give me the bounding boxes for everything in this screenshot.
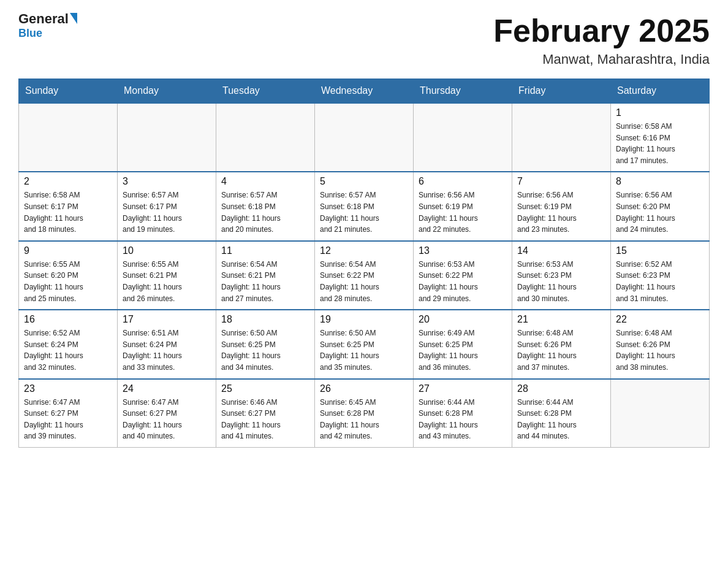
week-row-5: 23Sunrise: 6:47 AM Sunset: 6:27 PM Dayli… <box>19 379 710 448</box>
day-number: 3 <box>123 176 211 187</box>
day-number: 15 <box>616 245 704 256</box>
day-info: Sunrise: 6:58 AM Sunset: 6:17 PM Dayligh… <box>24 190 112 235</box>
day-number: 6 <box>419 176 507 187</box>
weekday-header-row: SundayMondayTuesdayWednesdayThursdayFrid… <box>19 79 710 104</box>
calendar-title-area: February 2025 Manwat, Maharashtra, India <box>493 12 710 67</box>
day-number: 23 <box>24 383 112 394</box>
calendar-cell: 23Sunrise: 6:47 AM Sunset: 6:27 PM Dayli… <box>19 379 118 448</box>
day-number: 10 <box>123 245 211 256</box>
day-info: Sunrise: 6:55 AM Sunset: 6:20 PM Dayligh… <box>24 259 112 304</box>
day-number: 13 <box>419 245 507 256</box>
day-info: Sunrise: 6:47 AM Sunset: 6:27 PM Dayligh… <box>123 397 211 442</box>
day-info: Sunrise: 6:53 AM Sunset: 6:22 PM Dayligh… <box>419 259 507 304</box>
day-number: 14 <box>517 245 605 256</box>
logo: General Blue <box>18 12 77 40</box>
day-info: Sunrise: 6:56 AM Sunset: 6:20 PM Dayligh… <box>616 190 704 235</box>
logo-blue: Blue <box>18 27 42 40</box>
day-number: 22 <box>616 314 704 325</box>
day-info: Sunrise: 6:47 AM Sunset: 6:27 PM Dayligh… <box>24 397 112 442</box>
day-info: Sunrise: 6:54 AM Sunset: 6:21 PM Dayligh… <box>221 259 309 304</box>
day-number: 26 <box>320 383 408 394</box>
calendar-cell: 20Sunrise: 6:49 AM Sunset: 6:25 PM Dayli… <box>414 310 512 378</box>
day-number: 17 <box>123 314 211 325</box>
calendar-cell <box>414 103 512 172</box>
day-info: Sunrise: 6:49 AM Sunset: 6:25 PM Dayligh… <box>419 327 507 373</box>
calendar-cell: 22Sunrise: 6:48 AM Sunset: 6:26 PM Dayli… <box>611 310 710 378</box>
day-info: Sunrise: 6:56 AM Sunset: 6:19 PM Dayligh… <box>419 190 507 235</box>
day-number: 20 <box>419 314 507 325</box>
day-number: 18 <box>221 314 309 325</box>
calendar-cell: 3Sunrise: 6:57 AM Sunset: 6:17 PM Daylig… <box>118 172 216 240</box>
calendar-cell: 19Sunrise: 6:50 AM Sunset: 6:25 PM Dayli… <box>315 310 414 378</box>
day-number: 2 <box>24 176 112 187</box>
calendar-cell: 16Sunrise: 6:52 AM Sunset: 6:24 PM Dayli… <box>19 310 118 378</box>
calendar-cell: 7Sunrise: 6:56 AM Sunset: 6:19 PM Daylig… <box>512 172 611 240</box>
month-title: February 2025 <box>493 12 710 49</box>
calendar-cell: 25Sunrise: 6:46 AM Sunset: 6:27 PM Dayli… <box>216 379 315 448</box>
day-number: 16 <box>24 314 112 325</box>
day-info: Sunrise: 6:44 AM Sunset: 6:28 PM Dayligh… <box>419 397 507 442</box>
calendar-cell: 8Sunrise: 6:56 AM Sunset: 6:20 PM Daylig… <box>611 172 710 240</box>
calendar-cell: 18Sunrise: 6:50 AM Sunset: 6:25 PM Dayli… <box>216 310 315 378</box>
day-info: Sunrise: 6:52 AM Sunset: 6:24 PM Dayligh… <box>24 327 112 373</box>
calendar-cell: 1Sunrise: 6:58 AM Sunset: 6:16 PM Daylig… <box>611 103 710 172</box>
day-info: Sunrise: 6:57 AM Sunset: 6:17 PM Dayligh… <box>123 190 211 235</box>
day-number: 24 <box>123 383 211 394</box>
calendar-cell <box>315 103 414 172</box>
day-number: 27 <box>419 383 507 394</box>
calendar-cell: 27Sunrise: 6:44 AM Sunset: 6:28 PM Dayli… <box>414 379 512 448</box>
calendar-cell <box>19 103 118 172</box>
weekday-header-saturday: Saturday <box>611 79 710 104</box>
logo-general: General <box>18 12 69 26</box>
day-info: Sunrise: 6:56 AM Sunset: 6:19 PM Dayligh… <box>517 190 605 235</box>
calendar-cell: 24Sunrise: 6:47 AM Sunset: 6:27 PM Dayli… <box>118 379 216 448</box>
weekday-header-sunday: Sunday <box>19 79 118 104</box>
calendar-cell: 17Sunrise: 6:51 AM Sunset: 6:24 PM Dayli… <box>118 310 216 378</box>
day-info: Sunrise: 6:46 AM Sunset: 6:27 PM Dayligh… <box>221 397 309 442</box>
day-number: 1 <box>616 107 704 118</box>
calendar-cell: 4Sunrise: 6:57 AM Sunset: 6:18 PM Daylig… <box>216 172 315 240</box>
day-number: 28 <box>517 383 605 394</box>
page-header: General Blue February 2025 Manwat, Mahar… <box>18 12 710 67</box>
day-info: Sunrise: 6:54 AM Sunset: 6:22 PM Dayligh… <box>320 259 408 304</box>
day-info: Sunrise: 6:53 AM Sunset: 6:23 PM Dayligh… <box>517 259 605 304</box>
day-info: Sunrise: 6:45 AM Sunset: 6:28 PM Dayligh… <box>320 397 408 442</box>
calendar-cell <box>611 379 710 448</box>
day-info: Sunrise: 6:48 AM Sunset: 6:26 PM Dayligh… <box>517 327 605 373</box>
calendar-cell: 28Sunrise: 6:44 AM Sunset: 6:28 PM Dayli… <box>512 379 611 448</box>
weekday-header-tuesday: Tuesday <box>216 79 315 104</box>
day-info: Sunrise: 6:55 AM Sunset: 6:21 PM Dayligh… <box>123 259 211 304</box>
calendar-cell: 26Sunrise: 6:45 AM Sunset: 6:28 PM Dayli… <box>315 379 414 448</box>
calendar-cell <box>216 103 315 172</box>
day-info: Sunrise: 6:52 AM Sunset: 6:23 PM Dayligh… <box>616 259 704 304</box>
calendar-cell: 2Sunrise: 6:58 AM Sunset: 6:17 PM Daylig… <box>19 172 118 240</box>
weekday-header-friday: Friday <box>512 79 611 104</box>
day-info: Sunrise: 6:58 AM Sunset: 6:16 PM Dayligh… <box>616 121 704 166</box>
day-info: Sunrise: 6:50 AM Sunset: 6:25 PM Dayligh… <box>221 327 309 373</box>
calendar-cell: 6Sunrise: 6:56 AM Sunset: 6:19 PM Daylig… <box>414 172 512 240</box>
day-number: 11 <box>221 245 309 256</box>
calendar-table: SundayMondayTuesdayWednesdayThursdayFrid… <box>18 79 710 448</box>
weekday-header-monday: Monday <box>118 79 216 104</box>
logo-text: General <box>18 12 77 26</box>
calendar-cell: 11Sunrise: 6:54 AM Sunset: 6:21 PM Dayli… <box>216 241 315 310</box>
week-row-2: 2Sunrise: 6:58 AM Sunset: 6:17 PM Daylig… <box>19 172 710 240</box>
day-number: 21 <box>517 314 605 325</box>
day-info: Sunrise: 6:51 AM Sunset: 6:24 PM Dayligh… <box>123 327 211 373</box>
day-info: Sunrise: 6:48 AM Sunset: 6:26 PM Dayligh… <box>616 327 704 373</box>
weekday-header-wednesday: Wednesday <box>315 79 414 104</box>
calendar-cell: 5Sunrise: 6:57 AM Sunset: 6:18 PM Daylig… <box>315 172 414 240</box>
day-number: 5 <box>320 176 408 187</box>
day-info: Sunrise: 6:44 AM Sunset: 6:28 PM Dayligh… <box>517 397 605 442</box>
calendar-cell: 13Sunrise: 6:53 AM Sunset: 6:22 PM Dayli… <box>414 241 512 310</box>
calendar-cell <box>512 103 611 172</box>
week-row-1: 1Sunrise: 6:58 AM Sunset: 6:16 PM Daylig… <box>19 103 710 172</box>
day-number: 4 <box>221 176 309 187</box>
day-number: 25 <box>221 383 309 394</box>
calendar-cell <box>118 103 216 172</box>
calendar-cell: 14Sunrise: 6:53 AM Sunset: 6:23 PM Dayli… <box>512 241 611 310</box>
location-title: Manwat, Maharashtra, India <box>493 52 710 67</box>
calendar-cell: 10Sunrise: 6:55 AM Sunset: 6:21 PM Dayli… <box>118 241 216 310</box>
weekday-header-thursday: Thursday <box>414 79 512 104</box>
day-number: 8 <box>616 176 704 187</box>
